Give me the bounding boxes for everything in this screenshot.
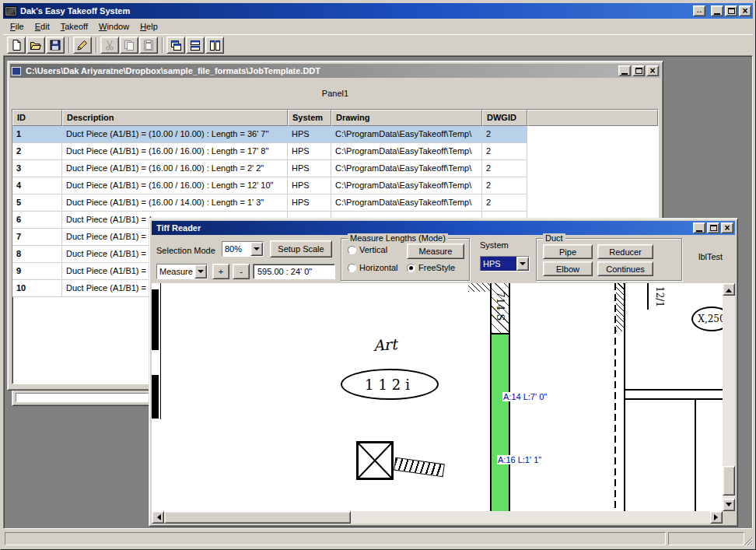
- vertical-scroll-track[interactable]: [723, 296, 735, 499]
- zoom-out-button[interactable]: -: [233, 264, 250, 279]
- cell-description[interactable]: Duct Piece (A1/B1) = (16.00 / 16.00) : L…: [62, 143, 288, 160]
- cell-system[interactable]: HPS: [288, 194, 331, 212]
- cell-drawing[interactable]: C:\ProgramData\EasyTakeoff\Temp\: [331, 194, 482, 212]
- mode-combobox[interactable]: Measure: [156, 264, 208, 279]
- cut-scissors-icon: [103, 39, 116, 51]
- cell-dwgid[interactable]: 2: [482, 160, 527, 177]
- cell-id[interactable]: 10: [12, 280, 62, 297]
- vertical-scrollbar[interactable]: [723, 283, 735, 511]
- measured-duct-highlight[interactable]: [490, 333, 510, 511]
- horizontal-scroll-thumb[interactable]: [164, 511, 351, 524]
- cell-system[interactable]: HPS: [288, 126, 331, 143]
- menu-edit[interactable]: Edit: [30, 20, 55, 33]
- column-header-dwgid[interactable]: DWGID: [482, 110, 527, 126]
- zoom-combobox[interactable]: 80%: [222, 241, 264, 257]
- cell-description[interactable]: Duct Piece (A1/B1) = (16.00 / 16.00) : L…: [62, 177, 288, 194]
- cell-id[interactable]: 5: [12, 194, 62, 212]
- cell-id[interactable]: 1: [12, 126, 62, 143]
- scale-value-field[interactable]: 595.00 : 24' 0": [253, 264, 335, 279]
- cut-button[interactable]: [100, 37, 119, 54]
- zoom-dropdown-button[interactable]: [250, 242, 263, 256]
- column-header-id[interactable]: ID: [12, 110, 62, 126]
- cell-drawing[interactable]: C:\ProgramData\EasyTakeoff\Temp\: [331, 143, 482, 160]
- menu-takeoff[interactable]: Takeoff: [55, 20, 93, 33]
- minimize-button[interactable]: [711, 5, 723, 16]
- new-document-button[interactable]: [7, 37, 26, 54]
- table-row[interactable]: 5 Duct Piece (A1/B1) = (16.00 / 14.00) :…: [12, 194, 658, 212]
- resize-grip[interactable]: [743, 536, 753, 546]
- scroll-right-button[interactable]: [710, 511, 723, 524]
- cell-dwgid[interactable]: 2: [482, 177, 527, 194]
- mode-dropdown-button[interactable]: [194, 264, 207, 279]
- cell-description[interactable]: Duct Piece (A1/B1) = (16.00 / 16.00) : L…: [62, 160, 288, 177]
- copy-button[interactable]: [120, 37, 138, 54]
- maximize-button[interactable]: [725, 5, 737, 16]
- system-combobox[interactable]: HPS: [480, 256, 530, 271]
- cell-drawing[interactable]: C:\ProgramData\EasyTakeoff\Temp\: [331, 126, 482, 143]
- cell-description[interactable]: Duct Piece (A1/B1) = (10.00 / 10.00) : L…: [62, 126, 288, 143]
- cell-id[interactable]: 6: [12, 212, 62, 229]
- cell-system[interactable]: HPS: [288, 143, 331, 160]
- tiff-close-button[interactable]: ×: [721, 222, 733, 233]
- continues-button[interactable]: Continues: [597, 261, 653, 276]
- cell-drawing[interactable]: C:\ProgramData\EasyTakeoff\Temp\: [331, 177, 482, 194]
- paste-button[interactable]: [139, 37, 158, 54]
- cell-id[interactable]: 9: [12, 263, 62, 280]
- tile-vertical-button[interactable]: [205, 37, 224, 54]
- cell-system[interactable]: HPS: [288, 160, 331, 177]
- reducer-button[interactable]: Reducer: [597, 244, 653, 259]
- tiff-minimize-button[interactable]: [693, 222, 705, 233]
- system-dropdown-button[interactable]: [516, 257, 529, 271]
- close-button[interactable]: ×: [739, 5, 751, 16]
- menu-help[interactable]: Help: [135, 20, 163, 33]
- menu-file[interactable]: File: [5, 20, 30, 33]
- radio-vertical[interactable]: Vertical: [348, 245, 387, 254]
- table-row[interactable]: 1 Duct Piece (A1/B1) = (10.00 / 10.00) :…: [12, 126, 658, 143]
- column-header-drawing[interactable]: Drawing: [331, 110, 482, 126]
- table-row[interactable]: 4 Duct Piece (A1/B1) = (16.00 / 16.00) :…: [12, 177, 658, 194]
- cascade-windows-button[interactable]: [166, 37, 185, 54]
- menu-window[interactable]: Window: [93, 20, 135, 33]
- elbow-button[interactable]: Elbow: [543, 261, 593, 276]
- column-header-system[interactable]: System: [288, 110, 331, 126]
- scroll-down-button[interactable]: [723, 499, 735, 511]
- cell-description[interactable]: Duct Piece (A1/B1) = (16.00 / 14.00) : L…: [62, 194, 288, 212]
- cell-system[interactable]: HPS: [288, 177, 331, 194]
- job-maximize-button[interactable]: [632, 65, 645, 76]
- cell-id[interactable]: 4: [12, 177, 62, 194]
- pipe-button[interactable]: Pipe: [543, 244, 593, 259]
- cell-drawing[interactable]: C:\ProgramData\EasyTakeoff\Temp\: [331, 160, 482, 177]
- cell-dwgid[interactable]: 2: [482, 194, 527, 212]
- column-header-description[interactable]: Description: [62, 110, 288, 126]
- cell-id[interactable]: 7: [12, 229, 62, 246]
- tiff-maximize-button[interactable]: [707, 222, 719, 233]
- setup-scale-button[interactable]: Setup Scale: [270, 240, 332, 257]
- job-close-button[interactable]: ×: [646, 65, 659, 76]
- horizontal-scroll-track[interactable]: [164, 511, 710, 524]
- table-row[interactable]: 2 Duct Piece (A1/B1) = (16.00 / 16.00) :…: [12, 143, 658, 160]
- radio-freestyle[interactable]: FreeStyle: [407, 263, 455, 272]
- job-minimize-button[interactable]: [618, 65, 631, 76]
- cell-id[interactable]: 2: [12, 143, 62, 160]
- save-button[interactable]: [46, 37, 65, 54]
- zoom-in-button[interactable]: +: [212, 264, 229, 279]
- job-window-titlebar[interactable]: C:\Users\Dak Ariyaratne\Dropbox\sample_f…: [10, 64, 660, 78]
- drawing-canvas[interactable]: 714 S A:14 L:7' 0" A:16 L:1' 1" Art 112i: [152, 283, 723, 511]
- main-titlebar[interactable]: Dak's Easy Takeoff System ↔ ×: [3, 3, 753, 19]
- scroll-left-button[interactable]: [152, 511, 164, 524]
- cell-id[interactable]: 3: [12, 160, 62, 177]
- open-file-button[interactable]: [26, 37, 45, 54]
- cell-dwgid[interactable]: 2: [482, 126, 527, 143]
- cell-dwgid[interactable]: 2: [482, 143, 527, 160]
- horizontal-scrollbar[interactable]: [152, 511, 723, 524]
- cell-id[interactable]: 8: [12, 246, 62, 263]
- duct-vertical-label: 714 S: [495, 292, 506, 321]
- table-row[interactable]: 3 Duct Piece (A1/B1) = (16.00 / 16.00) :…: [12, 160, 658, 177]
- draw-button[interactable]: [73, 37, 92, 54]
- scroll-up-button[interactable]: [723, 283, 735, 296]
- resize-button[interactable]: ↔: [693, 5, 705, 16]
- measure-button[interactable]: Measure: [407, 243, 464, 259]
- radio-horizontal[interactable]: Horizontal: [348, 263, 398, 272]
- tile-horizontal-button[interactable]: [186, 37, 205, 54]
- vertical-scroll-thumb[interactable]: [723, 466, 735, 496]
